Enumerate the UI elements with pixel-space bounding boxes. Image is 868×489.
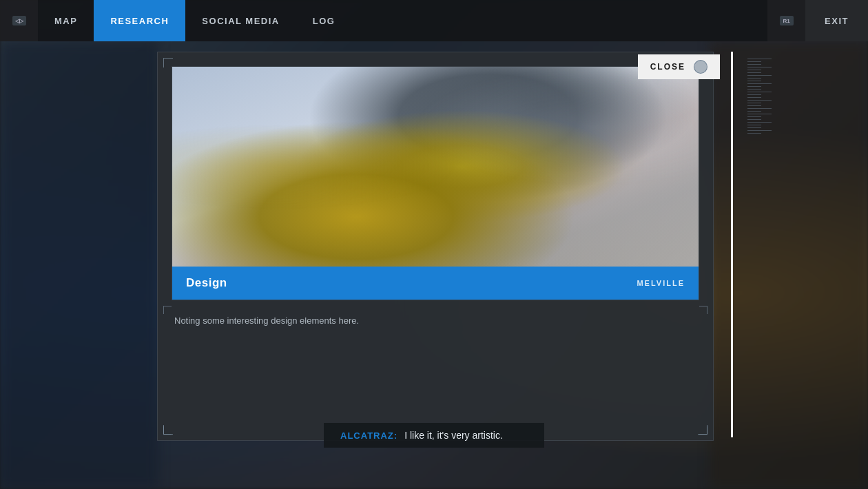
tick (747, 92, 772, 92)
tab-social-media-label: SOCIAL MEDIA (202, 16, 279, 26)
scroll-line (731, 52, 733, 437)
modal-panel: Design MELVILLE Noting some interesting … (157, 52, 714, 441)
tick (747, 105, 761, 106)
tick (747, 125, 761, 125)
tab-research-label: RESEARCH (110, 16, 169, 26)
tick (747, 72, 761, 73)
image-blur-overlay (172, 67, 699, 267)
tab-log-label: LOG (313, 16, 335, 26)
subtitle-speaker: ALCATRAZ: (340, 430, 397, 441)
tick (747, 127, 761, 128)
tab-research[interactable]: RESEARCH (94, 0, 185, 41)
research-image (172, 67, 699, 267)
navigation-bar: ◁▷ MAP RESEARCH SOCIAL MEDIA LOG R1 EXIT (0, 0, 868, 41)
description-area: Noting some interesting design elements … (158, 300, 713, 440)
image-author: MELVILLE (637, 279, 685, 287)
tick (747, 108, 772, 109)
tab-log[interactable]: LOG (296, 0, 352, 41)
left-controller-hint: ◁▷ (12, 16, 26, 25)
tick (747, 111, 761, 112)
tick (747, 67, 772, 67)
tick (747, 114, 772, 114)
exit-label: EXIT (825, 16, 849, 26)
close-button[interactable]: CLOSE (638, 54, 720, 79)
tick (747, 78, 761, 79)
tick (747, 130, 772, 131)
nav-right-icon: R1 (767, 0, 805, 41)
tick (747, 70, 761, 70)
tick (747, 81, 761, 81)
tick (747, 97, 761, 98)
tick (747, 75, 772, 76)
tick (747, 116, 761, 117)
tick (747, 94, 761, 95)
tab-social-media[interactable]: SOCIAL MEDIA (185, 0, 296, 41)
sidebar-ticks (744, 52, 868, 437)
tab-map[interactable]: MAP (38, 0, 94, 41)
description-text: Noting some interesting design elements … (174, 314, 696, 329)
image-title: Design (186, 276, 227, 290)
tick (747, 100, 772, 101)
desc-corner-bl (163, 426, 172, 435)
scroll-area (725, 52, 738, 437)
tick (747, 133, 761, 134)
close-label: CLOSE (650, 62, 685, 72)
desc-corner-tl (163, 306, 172, 314)
subtitle-text: I like it, it's very artistic. (404, 430, 503, 441)
tick (747, 86, 761, 87)
desc-corner-br (699, 426, 707, 435)
desc-corner-tr (699, 306, 707, 314)
image-card: Design MELVILLE (172, 66, 699, 300)
tick (747, 61, 761, 62)
tick (747, 122, 772, 123)
tick (747, 119, 761, 120)
tab-map-label: MAP (54, 16, 77, 26)
nav-left-icon: ◁▷ (0, 0, 38, 41)
close-circle-icon (694, 60, 707, 74)
nav-spacer (351, 0, 767, 41)
tick (747, 83, 772, 84)
image-label-bar: Design MELVILLE (172, 267, 699, 300)
subtitle-bar: ALCATRAZ: I like it, it's very artistic. (324, 423, 544, 448)
tick (747, 89, 761, 90)
right-controller-hint: R1 (780, 16, 794, 25)
tick (747, 103, 761, 103)
exit-button[interactable]: EXIT (805, 0, 868, 41)
tick (747, 64, 761, 65)
tick (747, 59, 772, 59)
bg-left-blur (0, 41, 158, 489)
